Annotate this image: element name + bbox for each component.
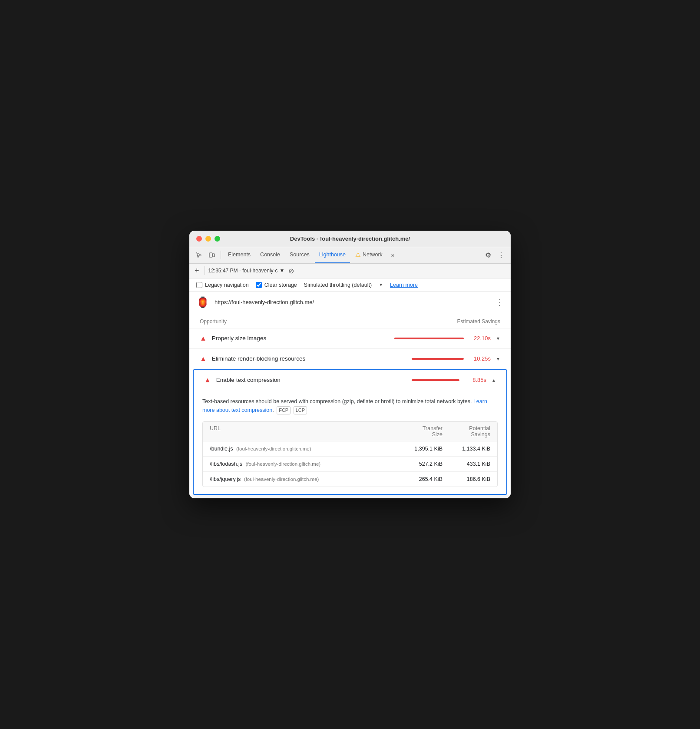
throttling-dropdown-arrow[interactable]: ▼	[379, 282, 383, 287]
session-label: 12:35:47 PM - foul-heavenly-c	[208, 268, 278, 274]
row-url-3: /libs/jquery.js (foul-heavenly-direction…	[210, 476, 399, 482]
audit-title-3: Enable text compression	[216, 377, 406, 383]
window-title: DevTools - foul-heavenly-direction.glitc…	[290, 235, 410, 242]
tab-elements[interactable]: Elements	[224, 247, 255, 263]
audit-description: Text-based resources should be served wi…	[202, 397, 498, 415]
add-session-button[interactable]: +	[193, 267, 201, 275]
row-transfer-2: 527.2 KiB	[399, 461, 442, 467]
expanded-audit-content: Text-based resources should be served wi…	[193, 390, 507, 495]
svg-rect-0	[209, 253, 212, 257]
options-bar: Legacy navigation Clear storage Simulate…	[189, 278, 511, 292]
url-more-button[interactable]: ⋮	[496, 298, 504, 307]
row-filename-2: /libs/lodash.js	[210, 461, 242, 467]
audit-row-text-compression[interactable]: ▲ Enable text compression 8.85s ▴	[193, 369, 507, 390]
table-row-jquery-js: /libs/jquery.js (foul-heavenly-direction…	[203, 472, 497, 487]
row-domain-3: (foul-heavenly-direction.glitch.me)	[244, 477, 319, 482]
row-savings-3: 186.6 KiB	[442, 476, 490, 482]
clear-storage-checkbox[interactable]	[256, 282, 262, 288]
row-url-2: /libs/lodash.js (foul-heavenly-direction…	[210, 461, 399, 467]
more-tabs-button[interactable]: »	[388, 252, 398, 258]
row-savings-1: 1,133.4 KiB	[442, 446, 490, 452]
col-savings-header: PotentialSavings	[442, 425, 490, 437]
cursor-icon[interactable]	[193, 249, 205, 261]
savings-bar-container-2	[412, 358, 464, 360]
opportunity-header: Opportunity Estimated Savings	[189, 313, 511, 328]
audit-row-properly-size-images[interactable]: ▲ Properly size images 22.10s ▾	[189, 328, 511, 349]
audit-row-render-blocking[interactable]: ▲ Eliminate render-blocking resources 10…	[189, 349, 511, 369]
col-transfer-header: TransferSize	[399, 425, 442, 437]
row-transfer-1: 1,395.1 KiB	[399, 446, 442, 452]
legacy-navigation-option[interactable]: Legacy navigation	[196, 282, 249, 288]
devtools-window: DevTools - foul-heavenly-direction.glitc…	[189, 231, 511, 499]
savings-bar-container-1	[394, 338, 464, 339]
estimated-savings-label: Estimated Savings	[457, 318, 500, 325]
clear-storage-label: Clear storage	[264, 282, 297, 288]
maximize-button[interactable]	[215, 236, 220, 242]
content-area: Opportunity Estimated Savings ▲ Properly…	[189, 313, 511, 495]
throttling-label: Simulated throttling (default)	[304, 282, 372, 288]
fcp-badge: FCP	[277, 406, 291, 415]
title-bar: DevTools - foul-heavenly-direction.glitc…	[189, 231, 511, 247]
savings-value-3: 8.85s	[465, 377, 486, 383]
row-savings-2: 433.1 KiB	[442, 461, 490, 467]
network-warning-icon: ⚠	[355, 251, 361, 258]
row-filename-1: /bundle.js	[210, 446, 233, 452]
savings-bar-1	[394, 338, 464, 339]
audit-title-1: Properly size images	[212, 335, 389, 341]
tab-sources[interactable]: Sources	[285, 247, 314, 263]
expand-button-1[interactable]: ▾	[496, 335, 500, 342]
lcp-badge: LCP	[294, 406, 307, 415]
table-row-lodash-js: /libs/lodash.js (foul-heavenly-direction…	[203, 457, 497, 472]
lighthouse-icon: 🏮	[196, 296, 209, 308]
clear-storage-option[interactable]: Clear storage	[256, 282, 297, 288]
tab-lighthouse[interactable]: Lighthouse	[315, 247, 350, 263]
more-options-icon[interactable]: ⋮	[495, 249, 507, 261]
expand-button-2[interactable]: ▾	[496, 355, 500, 363]
url-display: https://foul-heavenly-direction.glitch.m…	[215, 299, 491, 305]
no-entry-icon: ⊘	[288, 267, 294, 275]
toolbar-separator	[205, 266, 205, 275]
savings-bar-2	[412, 358, 464, 360]
devtools-tabs-bar: Elements Console Sources Lighthouse ⚠ Ne…	[189, 247, 511, 264]
row-domain-1: (foul-heavenly-direction.glitch.me)	[236, 446, 311, 451]
opportunity-label: Opportunity	[200, 318, 227, 325]
table-header: URL TransferSize PotentialSavings	[203, 422, 497, 441]
expand-button-3[interactable]: ▴	[492, 376, 496, 384]
audit-title-2: Eliminate render-blocking resources	[212, 355, 406, 362]
learn-more-button[interactable]: Learn more	[390, 282, 418, 288]
device-toggle-icon[interactable]	[206, 249, 218, 261]
savings-bar-container-3	[412, 379, 459, 381]
settings-icon[interactable]: ⚙	[482, 249, 494, 261]
url-bar: 🏮 https://foul-heavenly-direction.glitch…	[189, 292, 511, 313]
table-row-bundle-js: /bundle.js (foul-heavenly-direction.glit…	[203, 441, 497, 457]
tab-separator	[221, 251, 221, 259]
warning-triangle-icon-2: ▲	[200, 355, 207, 363]
compression-table: URL TransferSize PotentialSavings /bundl…	[202, 421, 498, 487]
traffic-lights	[196, 236, 220, 242]
svg-rect-1	[213, 254, 215, 257]
row-filename-3: /libs/jquery.js	[210, 476, 241, 482]
warning-triangle-icon-1: ▲	[200, 335, 207, 342]
legacy-navigation-label: Legacy navigation	[205, 282, 249, 288]
savings-bar-3	[412, 379, 459, 381]
col-url-header: URL	[210, 425, 399, 437]
description-part1: Text-based resources should be served wi…	[202, 398, 472, 404]
tab-network[interactable]: ⚠ Network	[351, 247, 387, 263]
tab-console[interactable]: Console	[256, 247, 284, 263]
savings-value-2: 10.25s	[469, 355, 491, 362]
close-button[interactable]	[196, 236, 202, 242]
secondary-toolbar: + 12:35:47 PM - foul-heavenly-c ▼ ⊘	[189, 264, 511, 278]
savings-value-1: 22.10s	[469, 335, 491, 341]
session-selector[interactable]: 12:35:47 PM - foul-heavenly-c ▼	[208, 268, 285, 274]
row-domain-2: (foul-heavenly-direction.glitch.me)	[246, 461, 321, 467]
row-transfer-3: 265.4 KiB	[399, 476, 442, 482]
legacy-navigation-checkbox[interactable]	[196, 282, 202, 288]
session-dropdown-arrow: ▼	[280, 268, 285, 274]
warning-triangle-icon-3: ▲	[204, 376, 211, 384]
period: .	[272, 407, 274, 413]
row-url-1: /bundle.js (foul-heavenly-direction.glit…	[210, 446, 399, 452]
minimize-button[interactable]	[205, 236, 211, 242]
